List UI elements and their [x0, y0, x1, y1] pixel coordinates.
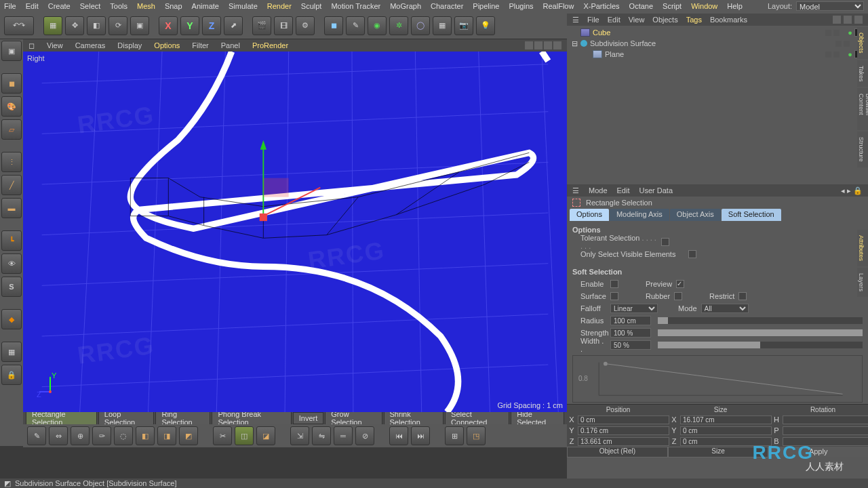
pos-x[interactable] [578, 415, 669, 424]
mt-knife-icon[interactable]: ✂ [213, 426, 232, 445]
mt-dissolve-icon[interactable]: ⊘ [355, 426, 374, 445]
vp-max-icon[interactable] [553, 41, 561, 49]
chk-enable[interactable] [610, 280, 618, 288]
obj-name[interactable]: Subdivision Surface [590, 39, 656, 47]
axis-mode-icon[interactable]: ┗ [1, 230, 22, 251]
axis-x-icon[interactable]: X [159, 16, 178, 35]
mt-align-icon[interactable]: ⇲ [290, 426, 309, 445]
menu-simulate[interactable]: Simulate [229, 2, 258, 10]
menu-mograph[interactable]: MoGraph [390, 2, 421, 10]
mt-next-icon[interactable]: ⏭ [411, 426, 430, 445]
chk-visible[interactable] [688, 250, 696, 258]
tab-object-axis[interactable]: Object Axis [670, 209, 721, 221]
mt-mirror-icon[interactable]: ⇋ [312, 426, 331, 445]
hierarchy-row-cube[interactable]: Cube ● [567, 27, 868, 38]
polys-mode-icon[interactable]: ▬ [1, 198, 22, 218]
sel-invert[interactable]: Invert [293, 412, 324, 424]
coord-size-dropdown[interactable]: Size [668, 447, 769, 458]
object-hierarchy[interactable]: Cube ● ⊟ Subdivision Surface ● Plane ● [567, 26, 868, 60]
slider-width[interactable] [658, 342, 863, 348]
chk-rubber[interactable] [674, 292, 682, 300]
pos-z[interactable] [578, 437, 669, 446]
environment-icon[interactable]: ▦ [433, 16, 452, 35]
mt-extrudeinner-icon[interactable]: ◪ [256, 426, 275, 445]
layout-dropdown[interactable]: Model [796, 1, 864, 11]
tab-soft-selection[interactable]: Soft Selection [722, 209, 781, 221]
pen-tool-icon[interactable]: ✎ [346, 16, 365, 35]
objmgr-objects[interactable]: Objects [652, 16, 677, 24]
workplane-icon[interactable]: ▱ [1, 119, 22, 140]
menu-help[interactable]: Help [727, 2, 743, 10]
expand-toggle[interactable]: ⊟ [571, 39, 578, 48]
vp-pan-icon[interactable] [525, 41, 533, 49]
rot-p[interactable] [783, 426, 868, 435]
size-x[interactable] [680, 415, 772, 424]
mt-array-icon[interactable]: ⊞ [445, 426, 464, 445]
mt-extrude-icon[interactable]: ◫ [235, 426, 254, 445]
sidetab-layers[interactable]: Layers [857, 268, 868, 297]
scale-icon[interactable]: ◧ [87, 16, 106, 35]
menu-mesh[interactable]: Mesh [137, 2, 155, 10]
coord-space-dropdown[interactable]: Object (Rel) [567, 447, 668, 458]
menu-sculpt[interactable]: Sculpt [301, 2, 322, 10]
objmgr-file[interactable]: File [587, 16, 599, 24]
planar-wp-icon[interactable]: 🔒 [1, 365, 22, 385]
attr-nav-back-icon[interactable]: ◂ [841, 186, 845, 195]
attr-edit[interactable]: Edit [617, 186, 630, 195]
slider-strength[interactable] [658, 329, 863, 336]
objmgr-bookmarks[interactable]: Bookmarks [710, 16, 747, 24]
menu-script[interactable]: Script [663, 2, 682, 10]
size-y[interactable] [680, 426, 772, 435]
attr-nav-fwd-icon[interactable]: ▸ [847, 186, 851, 195]
coord-apply-button[interactable]: Apply [768, 447, 868, 458]
mt-polypen-icon[interactable]: ✑ [92, 426, 111, 445]
chk-restrict[interactable] [738, 292, 747, 300]
snap-btn-icon[interactable]: S [1, 277, 22, 297]
mt-closeholes-icon[interactable]: ◌ [114, 426, 133, 445]
input-strength[interactable] [610, 328, 651, 338]
undo-redo-icon[interactable]: ↶↷ [4, 16, 34, 35]
menu-plugins[interactable]: Plugins [509, 2, 533, 10]
objmgr-eye-icon[interactable] [844, 16, 852, 24]
move-icon[interactable]: ✥ [65, 16, 84, 35]
mt-weld-icon[interactable]: ⊕ [71, 426, 90, 445]
sidetab-structure[interactable]: Structure [857, 131, 868, 167]
menu-create[interactable]: Create [48, 2, 71, 10]
subdiv-icon[interactable]: ◉ [368, 16, 387, 35]
size-z[interactable] [680, 437, 772, 446]
menu-window[interactable]: Window [691, 2, 717, 10]
vp-cameras[interactable]: Cameras [75, 41, 106, 49]
pos-y[interactable] [578, 426, 669, 435]
render-view-icon[interactable]: 🎬 [252, 16, 271, 35]
menu-realflow[interactable]: RealFlow [543, 2, 574, 10]
vp-prorender[interactable]: ProRender [252, 41, 288, 49]
camera-icon[interactable]: 📷 [454, 16, 473, 35]
hierarchy-row-sds[interactable]: ⊟ Subdivision Surface ● [567, 38, 868, 49]
vp-options[interactable]: Options [154, 41, 180, 49]
chk-preview[interactable] [676, 280, 684, 288]
chk-tolerant[interactable] [661, 238, 669, 246]
lasttool-icon[interactable]: ▣ [130, 16, 149, 35]
menu-tools[interactable]: Tools [110, 2, 127, 10]
menu-file[interactable]: File [4, 2, 16, 10]
sidetab-objects[interactable]: Objects [857, 27, 868, 59]
vp-panel[interactable]: Panel [221, 41, 240, 49]
objmgr-tags[interactable]: Tags [686, 16, 702, 24]
vp-view[interactable]: View [47, 41, 63, 49]
objmgr-view[interactable]: View [629, 16, 645, 24]
falloff-graph[interactable]: 0.8 [572, 355, 863, 403]
locked-wp-icon[interactable]: ▦ [1, 342, 22, 362]
chk-surface[interactable] [610, 292, 618, 300]
generator-icon[interactable]: ✲ [389, 16, 408, 35]
menu-character[interactable]: Character [431, 2, 463, 10]
attr-icon[interactable]: ☰ [572, 186, 579, 195]
mt-prev-icon[interactable]: ⏮ [389, 426, 408, 445]
vp-filter[interactable]: Filter [192, 41, 208, 49]
light-icon[interactable]: 💡 [476, 16, 495, 35]
workplane-btn-icon[interactable]: ◆ [1, 309, 22, 329]
menu-snap[interactable]: Snap [165, 2, 182, 10]
vp-nav-icon[interactable]: ◻ [28, 41, 35, 50]
menu-octane[interactable]: Octane [629, 2, 653, 10]
mt-connect-icon[interactable]: ◧ [136, 426, 155, 445]
vp-display[interactable]: Display [117, 41, 142, 49]
